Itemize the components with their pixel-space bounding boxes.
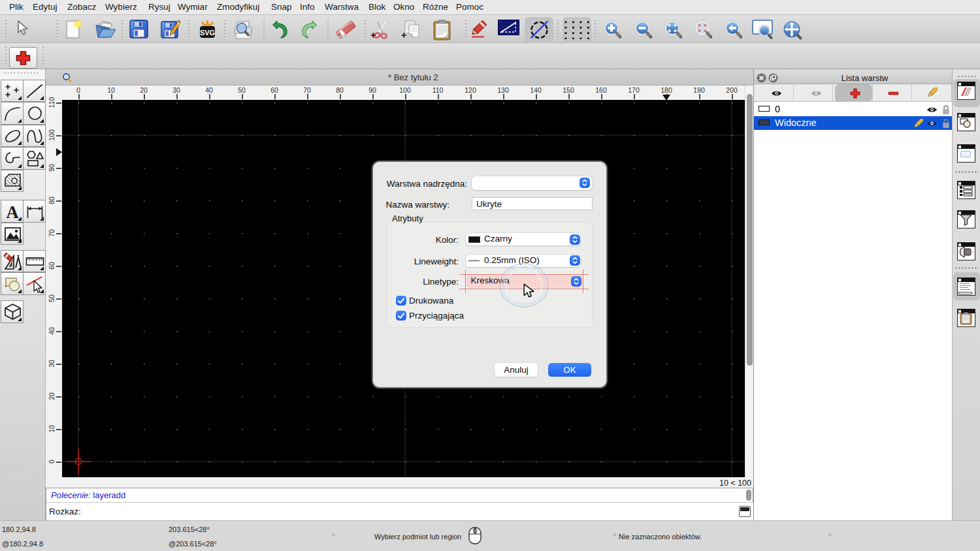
svg-text:SVG: SVG <box>200 29 215 37</box>
